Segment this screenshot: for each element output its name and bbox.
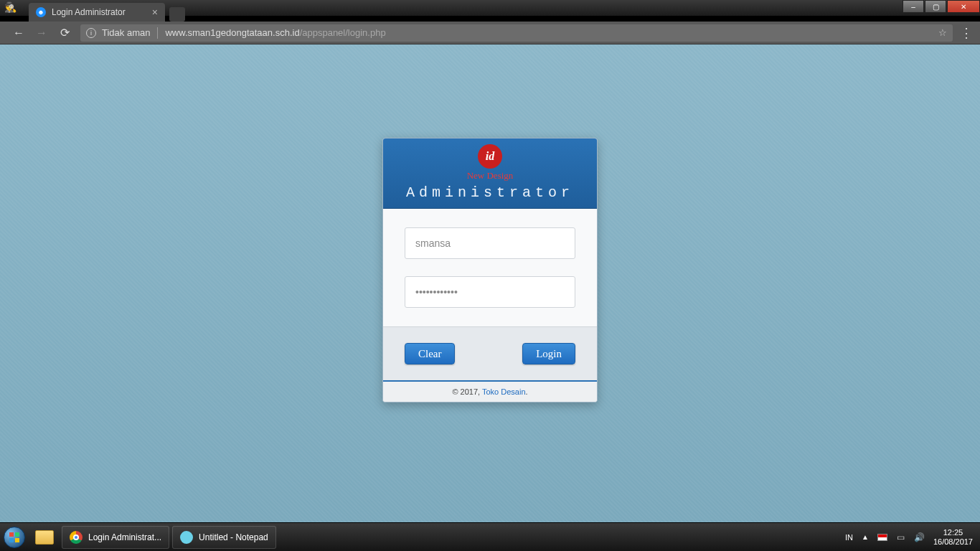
notepad-icon — [180, 531, 193, 544]
footer-suffix: . — [526, 387, 528, 396]
tray-action-center-icon[interactable]: ▭ — [896, 533, 906, 542]
svg-rect-1 — [15, 532, 19, 537]
taskbar-item-label: Untitled - Notepad — [199, 532, 268, 542]
system-tray: IN ▲ ▭ 🔊 12:25 16/08/2017 — [845, 528, 980, 547]
nav-forward-icon[interactable]: → — [34, 27, 49, 39]
svg-rect-2 — [9, 538, 14, 542]
tray-flag-icon[interactable] — [877, 534, 887, 541]
window-maximize-button[interactable]: ▢ — [925, 0, 946, 13]
taskbar-item-notepad[interactable]: Untitled - Notepad — [172, 526, 276, 549]
tab-close-icon[interactable]: × — [152, 6, 158, 18]
footer-copyright: © 2017, — [452, 387, 482, 396]
tab-favicon: ☻ — [36, 7, 46, 17]
browser-tabstrip: 🕵 ☻ Login Administrator × — [0, 0, 880, 22]
address-path: /appspanel/login.php — [300, 27, 386, 38]
taskbar-item-chrome[interactable]: Login Administrat... — [62, 526, 169, 549]
nav-back-icon[interactable]: ← — [11, 27, 26, 39]
tab-title: Login Administrator — [52, 7, 126, 17]
login-title: Administrator — [383, 184, 597, 201]
login-header: id New Design Administrator — [383, 138, 597, 209]
login-body — [383, 209, 597, 326]
bookmark-star-icon[interactable]: ☆ — [938, 27, 947, 38]
logo-badge: id — [478, 144, 502, 169]
logo-subtitle: New Design — [383, 170, 597, 182]
login-actions: Clear Login — [383, 326, 597, 380]
security-label: Tidak aman — [102, 27, 150, 38]
tray-date: 16/08/2017 — [933, 537, 973, 547]
username-input[interactable] — [405, 227, 575, 259]
tray-time: 12:25 — [933, 528, 973, 537]
taskbar-item-label: Login Administrat... — [88, 532, 161, 542]
start-orb-icon — [4, 527, 25, 548]
tray-clock[interactable]: 12:25 16/08/2017 — [933, 528, 973, 547]
folder-icon — [35, 530, 54, 545]
incognito-icon: 🕵 — [4, 1, 17, 13]
tray-language[interactable]: IN — [845, 533, 853, 542]
page-viewport: id New Design Administrator Clear Login … — [0, 44, 980, 522]
login-footer: © 2017, Toko Desain. — [383, 380, 597, 402]
clear-button[interactable]: Clear — [405, 343, 455, 364]
new-tab-button[interactable] — [169, 7, 185, 22]
start-button[interactable] — [0, 523, 29, 552]
tray-volume-icon[interactable]: 🔊 — [915, 533, 925, 542]
footer-link[interactable]: Toko Desain — [482, 387, 526, 396]
address-separator — [157, 27, 158, 39]
svg-rect-3 — [15, 538, 19, 542]
nav-reload-icon[interactable]: ⟳ — [57, 26, 72, 39]
browser-toolbar: ← → ⟳ i Tidak aman www.sman1gedongtataan… — [0, 22, 980, 44]
site-info-icon[interactable]: i — [86, 28, 96, 38]
svg-rect-0 — [9, 532, 14, 537]
login-button[interactable]: Login — [522, 343, 575, 364]
address-host: www.sman1gedongtataan.sch.id — [165, 27, 299, 38]
password-input[interactable] — [405, 276, 575, 308]
address-bar[interactable]: i Tidak aman www.sman1gedongtataan.sch.i… — [80, 24, 953, 42]
chrome-icon — [70, 531, 83, 544]
tray-show-hidden-icon[interactable]: ▲ — [862, 533, 869, 541]
taskbar-pinned-explorer[interactable] — [29, 523, 60, 552]
login-card: id New Design Administrator Clear Login … — [382, 138, 598, 402]
browser-tab[interactable]: ☻ Login Administrator × — [29, 3, 165, 22]
browser-menu-icon[interactable]: ⋮ — [960, 25, 973, 41]
window-minimize-button[interactable]: – — [903, 0, 924, 13]
taskbar: Login Administrat... Untitled - Notepad … — [0, 522, 980, 551]
window-close-button[interactable]: ✕ — [947, 0, 980, 13]
